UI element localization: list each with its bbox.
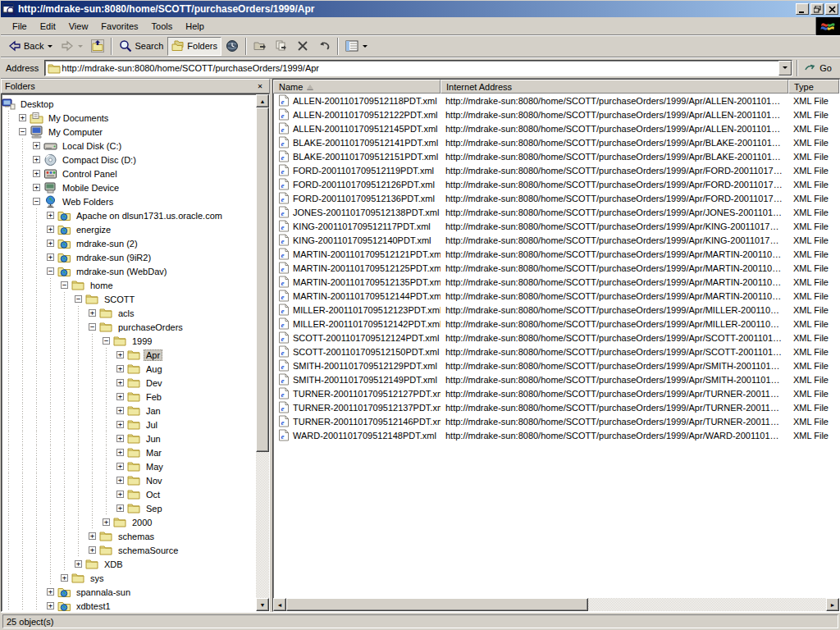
file-row-turner-2001101709512137pdt-xml[interactable]: eTURNER-2001101709512137PDT.xmlhttp://md… bbox=[273, 400, 839, 414]
tree-item-scott[interactable]: −SCOTT bbox=[2, 292, 256, 306]
tree-item-web-folders[interactable]: −Web Folders bbox=[2, 194, 256, 208]
scroll-down-button[interactable]: ▼ bbox=[256, 598, 269, 611]
expand-icon[interactable]: + bbox=[116, 379, 124, 386]
expand-icon[interactable]: + bbox=[116, 365, 124, 372]
go-button[interactable]: Go bbox=[802, 59, 837, 77]
tree-item-apr[interactable]: +Apr bbox=[2, 348, 256, 362]
file-row-scott-2001101709512124pdt-xml[interactable]: eSCOTT-2001101709512124PDT.xmlhttp://mdr… bbox=[273, 331, 839, 345]
tree-item-jul[interactable]: +Jul bbox=[2, 418, 256, 431]
minimize-button[interactable] bbox=[796, 3, 809, 15]
tree-item-schemas[interactable]: +schemas bbox=[2, 529, 256, 543]
tree-item-mobile-device[interactable]: +Mobile Device bbox=[2, 180, 256, 194]
file-row-smith-2001101709512129pdt-xml[interactable]: eSMITH-2001101709512129PDT.xmlhttp://mdr… bbox=[273, 358, 839, 372]
tree-item-desktop[interactable]: Desktop bbox=[2, 97, 256, 111]
file-row-miller-2001101709512142pdt-xml[interactable]: eMILLER-2001101709512142PDT.xmlhttp://md… bbox=[273, 317, 839, 331]
file-row-blake-2001101709512151pdt-xml[interactable]: eBLAKE-2001101709512151PDT.xmlhttp://mdr… bbox=[273, 149, 839, 163]
tree-item-may[interactable]: +May bbox=[2, 459, 256, 473]
address-input[interactable] bbox=[62, 62, 778, 75]
forward-button[interactable] bbox=[57, 37, 87, 56]
file-row-ward-2001101709512148pdt-xml[interactable]: eWARD-2001101709512148PDT.xmlhttp://mdra… bbox=[273, 428, 839, 442]
menu-edit[interactable]: Edit bbox=[34, 19, 62, 34]
file-row-martin-2001101709512125pdt-xml[interactable]: eMARTIN-2001101709512125PDT.xmlhttp://md… bbox=[273, 261, 839, 275]
collapse-icon[interactable]: − bbox=[75, 295, 82, 303]
tree-item-home[interactable]: −home bbox=[2, 278, 256, 292]
tree-item-purchaseorders[interactable]: −purchaseOrders bbox=[2, 320, 256, 334]
tree-item-feb[interactable]: +Feb bbox=[2, 390, 256, 404]
address-dropdown-button[interactable] bbox=[778, 61, 792, 75]
restore-button[interactable] bbox=[810, 3, 824, 15]
tree-item-my-documents[interactable]: +My Documents bbox=[2, 111, 256, 125]
expand-icon[interactable]: + bbox=[116, 449, 124, 456]
tree-item-mdrake-sun-9ir2[interactable]: +mdrake-sun (9iR2) bbox=[2, 250, 256, 264]
expand-icon[interactable]: + bbox=[47, 226, 54, 233]
history-button[interactable] bbox=[221, 37, 243, 56]
expand-icon[interactable]: + bbox=[116, 491, 124, 498]
tree-item-1999[interactable]: −1999 bbox=[2, 334, 256, 348]
tree-item-apache-on-dlsun1731-us-oracle-com[interactable]: +Apache on dlsun1731.us.oracle.com bbox=[2, 208, 256, 222]
expand-icon[interactable]: + bbox=[89, 309, 96, 317]
folders-button[interactable]: Folders bbox=[167, 37, 221, 56]
file-row-allen-2001101709512122pdt-xml[interactable]: eALLEN-2001101709512122PDT.xmlhttp://mdr… bbox=[273, 107, 839, 121]
file-row-blake-2001101709512141pdt-xml[interactable]: eBLAKE-2001101709512141PDT.xmlhttp://mdr… bbox=[273, 135, 839, 149]
scroll-thumb[interactable] bbox=[256, 107, 269, 452]
back-button[interactable]: Back bbox=[4, 37, 57, 56]
delete-button[interactable] bbox=[292, 37, 313, 56]
expand-icon[interactable]: + bbox=[75, 560, 82, 568]
tree-item-mar[interactable]: +Mar bbox=[2, 445, 256, 459]
expand-icon[interactable]: + bbox=[116, 393, 124, 400]
expand-icon[interactable]: + bbox=[116, 463, 124, 470]
tree-item-sep[interactable]: +Sep bbox=[2, 501, 256, 515]
expand-icon[interactable]: + bbox=[33, 142, 40, 149]
expand-icon[interactable]: + bbox=[47, 588, 54, 596]
file-row-king-2001101709512140pdt-xml[interactable]: eKING-2001101709512140PDT.xmlhttp://mdra… bbox=[273, 233, 839, 247]
scroll-right-button[interactable]: ► bbox=[826, 598, 839, 611]
menu-file[interactable]: File bbox=[6, 19, 34, 34]
file-row-ford-2001101709512126pdt-xml[interactable]: eFORD-2001101709512126PDT.xmlhttp://mdra… bbox=[273, 177, 839, 191]
tree-item-acls[interactable]: +acls bbox=[2, 306, 256, 320]
tree-item-sys[interactable]: +sys bbox=[2, 571, 256, 585]
file-row-miller-2001101709512123pdt-xml[interactable]: eMILLER-2001101709512123PDT.xmlhttp://md… bbox=[273, 303, 839, 317]
tree-item-jan[interactable]: +Jan bbox=[2, 404, 256, 418]
column-header-internet-address[interactable]: Internet Address bbox=[441, 80, 788, 94]
file-row-ford-2001101709512119pdt-xml[interactable]: eFORD-2001101709512119PDT.xmlhttp://mdra… bbox=[273, 163, 839, 177]
collapse-icon[interactable]: − bbox=[47, 267, 54, 275]
expand-icon[interactable]: + bbox=[89, 532, 96, 540]
expand-icon[interactable]: + bbox=[116, 421, 124, 428]
menu-view[interactable]: View bbox=[62, 19, 95, 34]
menu-help[interactable]: Help bbox=[179, 19, 211, 34]
tree-item-aug[interactable]: +Aug bbox=[2, 362, 256, 376]
expand-icon[interactable]: + bbox=[33, 184, 40, 191]
file-row-martin-2001101709512144pdt-xml[interactable]: eMARTIN-2001101709512144PDT.xmlhttp://md… bbox=[273, 289, 839, 303]
tree-item-oct[interactable]: +Oct bbox=[2, 487, 256, 501]
up-button[interactable] bbox=[87, 37, 108, 56]
expand-icon[interactable]: + bbox=[116, 504, 124, 512]
expand-icon[interactable]: + bbox=[33, 170, 40, 177]
column-header-type[interactable]: Type bbox=[788, 80, 839, 94]
file-row-king-2001101709512117pdt-xml[interactable]: eKING-2001101709512117PDT.xmlhttp://mdra… bbox=[273, 219, 839, 233]
file-row-ford-2001101709512136pdt-xml[interactable]: eFORD-2001101709512136PDT.xmlhttp://mdra… bbox=[273, 191, 839, 205]
expand-icon[interactable]: + bbox=[47, 212, 54, 219]
folders-close-button[interactable]: ✕ bbox=[254, 81, 266, 92]
tree-item-nov[interactable]: +Nov bbox=[2, 473, 256, 487]
file-row-martin-2001101709512135pdt-xml[interactable]: eMARTIN-2001101709512135PDT.xmlhttp://md… bbox=[273, 275, 839, 289]
tree-item-mdrake-sun-2[interactable]: +mdrake-sun (2) bbox=[2, 236, 256, 250]
tree-item-jun[interactable]: +Jun bbox=[2, 431, 256, 445]
scroll-track[interactable] bbox=[588, 598, 826, 611]
scroll-left-button[interactable]: ◄ bbox=[273, 598, 286, 611]
move-to-button[interactable] bbox=[249, 37, 271, 56]
views-button[interactable] bbox=[341, 37, 372, 56]
collapse-icon[interactable]: − bbox=[61, 281, 68, 289]
tree-item-mdrake-sun-webdav[interactable]: −mdrake-sun (WebDav) bbox=[2, 264, 256, 278]
file-row-turner-2001101709512146pdt-xml[interactable]: eTURNER-2001101709512146PDT.xmlhttp://md… bbox=[273, 414, 839, 428]
file-row-martin-2001101709512121pdt-xml[interactable]: eMARTIN-2001101709512121PDT.xmlhttp://md… bbox=[273, 247, 839, 261]
file-row-allen-2001101709512118pdt-xml[interactable]: eALLEN-2001101709512118PDT.xmlhttp://mdr… bbox=[273, 94, 839, 107]
collapse-icon[interactable]: − bbox=[89, 323, 96, 331]
tree-item-control-panel[interactable]: +Control Panel bbox=[2, 167, 256, 180]
scroll-track[interactable] bbox=[256, 452, 269, 598]
tree-item-2000[interactable]: +2000 bbox=[2, 515, 256, 529]
column-header-name[interactable]: Name bbox=[273, 80, 441, 94]
tree-item-compact-disc-d[interactable]: +Compact Disc (D:) bbox=[2, 153, 256, 167]
tree-item-energize[interactable]: +energize bbox=[2, 222, 256, 236]
menu-favorites[interactable]: Favorites bbox=[94, 19, 144, 34]
collapse-icon[interactable]: − bbox=[103, 337, 110, 345]
